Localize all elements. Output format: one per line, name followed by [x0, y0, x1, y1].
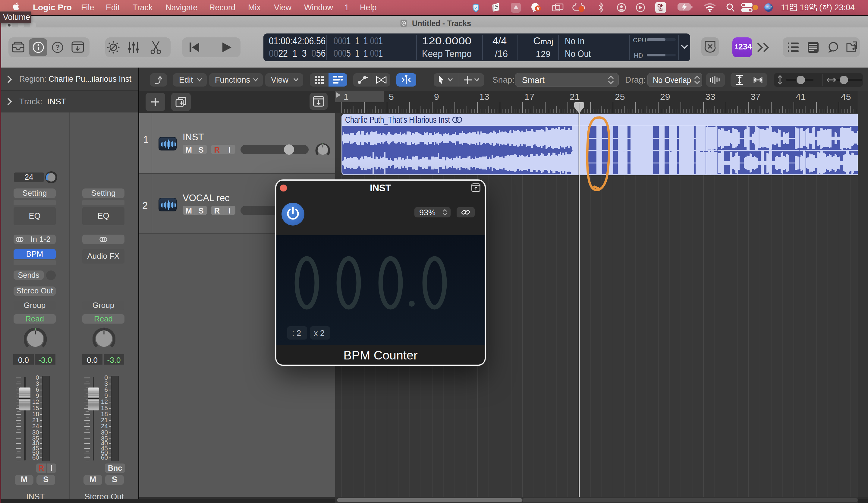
svg-text:Charlie Puth_That’s Hilarious: Charlie Puth_That’s Hilarious Inst — [345, 115, 450, 125]
